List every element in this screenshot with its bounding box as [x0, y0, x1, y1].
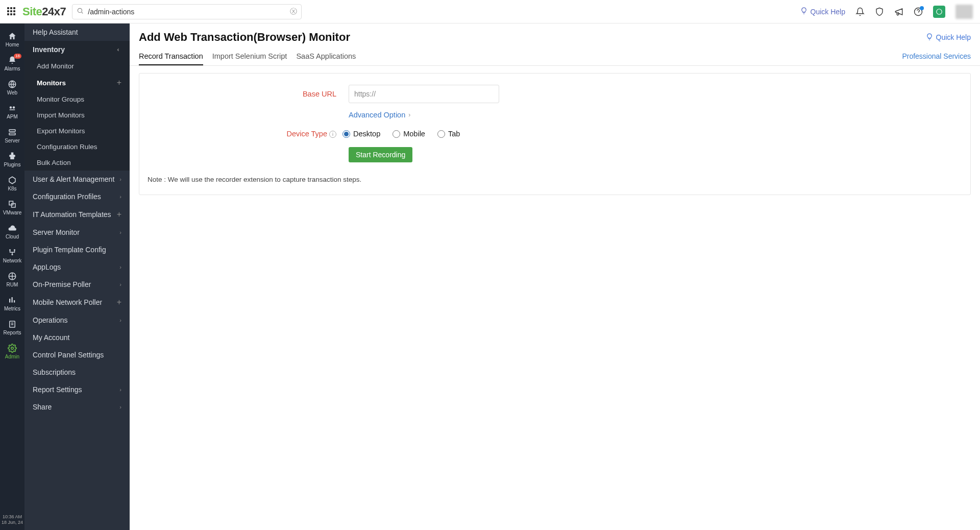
shield-icon[interactable]	[875, 7, 884, 16]
advanced-option-label: Advanced Option	[349, 111, 405, 119]
tab-import-selenium[interactable]: Import Selenium Script	[212, 47, 287, 65]
sidenav-control-panel[interactable]: Control Panel Settings	[24, 346, 130, 364]
rail-network[interactable]: Network	[0, 244, 24, 268]
rail-k8s[interactable]: K8s	[0, 172, 24, 196]
sub-label: Add Monitor	[37, 62, 74, 70]
base-url-input[interactable]	[349, 85, 499, 103]
device-type-radios: Desktop Mobile Tab	[342, 130, 460, 138]
quick-help-page-link[interactable]: Quick Help	[926, 33, 971, 42]
sidenav-user-alert-mgmt[interactable]: User & Alert Management›	[24, 171, 130, 188]
device-type-label: Device Typei	[148, 130, 336, 138]
rail-label: Home	[6, 42, 19, 47]
sidenav-plugin-template[interactable]: Plugin Template Config	[24, 241, 130, 258]
sidenav-monitor-groups[interactable]: Monitor Groups	[24, 91, 130, 107]
svg-point-5	[10, 106, 12, 109]
rail-server[interactable]: Server	[0, 124, 24, 148]
professional-services-link[interactable]: Professional Services	[902, 47, 971, 65]
rail-label: Reports	[3, 330, 21, 335]
sidenav-configuration-rules[interactable]: Configuration Rules	[24, 139, 130, 155]
rail-cloud[interactable]: Cloud	[0, 220, 24, 244]
tab-record-transaction[interactable]: Record Transaction	[139, 47, 203, 65]
logo[interactable]: Site24x7	[22, 5, 66, 18]
sidenav-subscriptions[interactable]: Subscriptions	[24, 364, 130, 381]
sidenav-server-monitor[interactable]: Server Monitor›	[24, 224, 130, 241]
tab-saas-applications[interactable]: SaaS Applications	[296, 47, 356, 65]
lightbulb-icon	[800, 7, 807, 16]
quick-help-link[interactable]: Quick Help	[800, 7, 845, 16]
note-text: Note : We will use the recorder extensio…	[148, 170, 962, 183]
radio-tab[interactable]: Tab	[437, 130, 460, 138]
sidenav-mobile-poller[interactable]: Mobile Network Poller+	[24, 293, 130, 311]
apps-launcher-icon[interactable]	[7, 7, 16, 16]
sidenav-share[interactable]: Share›	[24, 398, 130, 416]
rail-vmware[interactable]: VMware	[0, 196, 24, 220]
rail-rum[interactable]: RUM	[0, 268, 24, 292]
radio-mobile-input[interactable]	[393, 130, 400, 138]
radio-desktop-input[interactable]	[342, 130, 350, 138]
start-recording-button[interactable]: Start Recording	[349, 147, 412, 162]
rail-metrics[interactable]: Metrics	[0, 292, 24, 316]
sidenav-operations[interactable]: Operations›	[24, 311, 130, 329]
user-avatar[interactable]	[955, 5, 973, 19]
help-icon[interactable]	[914, 7, 923, 16]
svg-point-0	[78, 8, 82, 12]
sidenav-inventory-sub: Add Monitor Monitors + Monitor Groups Im…	[24, 58, 130, 171]
sidenav-report-settings[interactable]: Report Settings›	[24, 381, 130, 398]
svg-point-3	[937, 9, 942, 14]
rail-web[interactable]: Web	[0, 76, 24, 100]
base-url-label: Base URL	[148, 90, 336, 98]
radio-desktop[interactable]: Desktop	[342, 130, 380, 138]
announcement-icon[interactable]	[894, 7, 903, 16]
topbar: Site24x7 ⓧ Quick Help	[0, 0, 980, 23]
rail-label: Server	[5, 138, 19, 143]
sidenav-help-assistant[interactable]: Help Assistant	[24, 23, 130, 41]
plus-icon[interactable]: +	[117, 78, 121, 87]
rail-label: RUM	[7, 282, 18, 287]
rail-alarms[interactable]: 16 Alarms	[0, 52, 24, 76]
sidenav-onprem-poller[interactable]: On-Premise Poller›	[24, 276, 130, 293]
sidenav-inventory[interactable]: Inventory ⌄	[24, 41, 130, 58]
rail-home[interactable]: Home	[0, 28, 24, 52]
sidenav-label: Configuration Profiles	[33, 192, 101, 201]
svg-marker-9	[9, 177, 15, 184]
rail-time: 10:36 AM	[2, 514, 23, 520]
clear-search-icon[interactable]: ⓧ	[290, 7, 297, 16]
tabs: Record Transaction Import Selenium Scrip…	[130, 47, 980, 66]
svg-line-1	[82, 12, 83, 13]
global-search[interactable]: ⓧ	[72, 4, 302, 19]
chevron-right-icon: ›	[119, 317, 121, 323]
status-icon[interactable]	[933, 6, 945, 18]
rail-label: Web	[7, 90, 17, 95]
info-icon[interactable]: i	[329, 131, 336, 138]
chevron-right-icon: ›	[119, 229, 121, 235]
rail-apm[interactable]: APM	[0, 100, 24, 124]
row-device-type: Device Typei Desktop Mobile Tab	[148, 130, 962, 138]
plus-icon[interactable]: +	[117, 298, 121, 307]
plus-icon[interactable]: +	[117, 210, 121, 219]
sidenav-bulk-action[interactable]: Bulk Action	[24, 155, 130, 171]
sidenav-add-monitor[interactable]: Add Monitor	[24, 58, 130, 74]
radio-tab-input[interactable]	[437, 130, 445, 138]
advanced-option-link[interactable]: Advanced Option ›	[349, 111, 410, 119]
chevron-right-icon: ›	[119, 387, 121, 393]
search-input[interactable]	[88, 8, 286, 16]
sidenav-my-account[interactable]: My Account	[24, 329, 130, 346]
sidenav-config-profiles[interactable]: Configuration Profiles›	[24, 188, 130, 205]
page-header: Add Web Transaction(Browser) Monitor Qui…	[130, 23, 980, 47]
svg-point-17	[11, 347, 14, 350]
radio-mobile[interactable]: Mobile	[393, 130, 425, 138]
rail-clock: 10:36 AM 18 Jun, 24	[2, 514, 23, 530]
sidenav-applogs[interactable]: AppLogs›	[24, 258, 130, 276]
bell-icon[interactable]	[855, 7, 865, 16]
sidenav-import-monitors[interactable]: Import Monitors	[24, 107, 130, 123]
search-icon	[77, 7, 84, 16]
form-panel: Base URL . Advanced Option › Device Type…	[139, 73, 971, 195]
quick-help-label: Quick Help	[936, 33, 971, 41]
rail-reports[interactable]: Reports	[0, 316, 24, 340]
sidenav-it-automation[interactable]: IT Automation Templates+	[24, 205, 130, 224]
chevron-right-icon: ›	[119, 264, 121, 270]
sidenav-export-monitors[interactable]: Export Monitors	[24, 123, 130, 139]
rail-plugins[interactable]: Plugins	[0, 148, 24, 172]
sidenav-monitors[interactable]: Monitors +	[24, 74, 130, 91]
rail-admin[interactable]: Admin	[0, 340, 24, 364]
